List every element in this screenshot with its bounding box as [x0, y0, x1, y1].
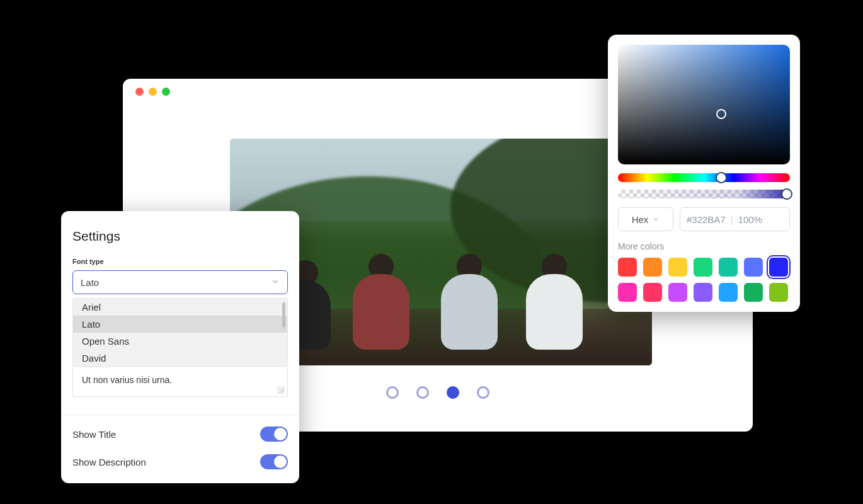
font-option[interactable]: Ariel	[73, 299, 287, 316]
hue-slider[interactable]	[618, 173, 790, 182]
font-type-select[interactable]: Lato	[72, 270, 288, 294]
show-title-row: Show Title	[72, 427, 288, 442]
divider	[61, 415, 299, 415]
color-swatch[interactable]	[643, 258, 662, 277]
color-saturation-field[interactable]	[618, 45, 790, 164]
description-textarea[interactable]: Ut non varius nisi urna.	[72, 367, 288, 397]
color-format-select[interactable]: Hex	[618, 207, 673, 231]
alpha-slider[interactable]	[618, 190, 790, 198]
resize-handle-icon[interactable]	[277, 386, 285, 394]
swatch-grid	[618, 258, 790, 302]
color-swatch[interactable]	[694, 283, 712, 302]
color-swatch[interactable]	[694, 258, 712, 277]
show-description-row: Show Description	[72, 454, 288, 469]
person-silhouette	[526, 254, 583, 350]
font-option[interactable]: Lato	[73, 316, 287, 333]
font-type-selected-value: Lato	[81, 277, 99, 288]
window-maximize-button[interactable]	[162, 88, 170, 96]
settings-panel: Settings Font type Lato ArielLatoOpen Sa…	[61, 211, 299, 483]
color-hex-value: #322BA7	[687, 214, 726, 225]
show-description-toggle[interactable]	[260, 454, 288, 469]
color-swatch[interactable]	[643, 283, 662, 302]
chevron-down-icon	[652, 214, 660, 225]
window-close-button[interactable]	[135, 88, 144, 96]
window-minimize-button[interactable]	[149, 88, 157, 96]
pager-dot[interactable]	[386, 386, 399, 399]
show-title-toggle[interactable]	[260, 427, 288, 442]
color-swatch[interactable]	[744, 283, 763, 302]
chevron-down-icon	[271, 277, 280, 288]
color-swatch[interactable]	[668, 283, 687, 302]
color-swatch[interactable]	[769, 258, 788, 277]
color-swatch[interactable]	[668, 258, 687, 277]
pager-dot[interactable]	[477, 386, 489, 399]
font-type-dropdown: ArielLatoOpen SansDavid	[72, 298, 288, 367]
pager-dot[interactable]	[447, 386, 459, 399]
more-colors-label: More colors	[618, 241, 790, 251]
color-swatch[interactable]	[618, 283, 637, 302]
show-description-label: Show Description	[72, 457, 146, 467]
color-format-value: Hex	[632, 214, 649, 225]
font-option[interactable]: Open Sans	[73, 333, 287, 350]
settings-title: Settings	[72, 229, 288, 244]
scrollbar[interactable]	[282, 302, 285, 328]
color-swatch[interactable]	[719, 258, 738, 277]
color-swatch[interactable]	[744, 258, 763, 277]
color-hex-input[interactable]: #322BA7 | 100%	[680, 207, 790, 231]
color-swatch[interactable]	[719, 283, 738, 302]
color-sv-thumb[interactable]	[716, 109, 726, 119]
color-picker-panel: Hex #322BA7 | 100% More colors	[608, 35, 800, 312]
person-silhouette	[441, 254, 498, 350]
person-silhouette	[353, 254, 409, 350]
carousel-pager	[386, 386, 489, 399]
font-option[interactable]: David	[73, 350, 287, 367]
alpha-thumb[interactable]	[781, 188, 792, 200]
font-type-label: Font type	[72, 258, 288, 265]
description-text: Ut non varius nisi urna.	[82, 375, 172, 385]
color-swatch[interactable]	[769, 283, 788, 302]
color-opacity-value: 100%	[738, 214, 762, 225]
color-swatch[interactable]	[618, 258, 637, 277]
pager-dot[interactable]	[416, 386, 429, 399]
hue-thumb[interactable]	[716, 172, 727, 183]
show-title-label: Show Title	[72, 429, 116, 440]
